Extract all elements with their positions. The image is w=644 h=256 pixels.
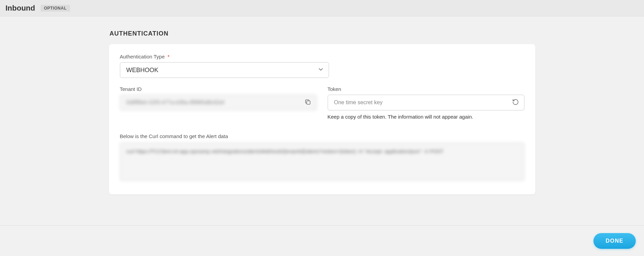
- content-area: AUTHENTICATION Authentication Type * WEB…: [0, 16, 644, 225]
- token-input[interactable]: [328, 95, 524, 110]
- footer-bar: DONE: [0, 225, 644, 256]
- tenant-id-input[interactable]: [120, 95, 317, 110]
- auth-type-select[interactable]: WEBHOOK: [120, 62, 329, 78]
- regenerate-token-button[interactable]: [511, 97, 520, 108]
- token-help-text: Keep a copy of this token. The informati…: [328, 114, 524, 120]
- page-title: Inbound: [5, 4, 35, 13]
- token-label: Token: [328, 86, 524, 92]
- auth-type-label: Authentication Type *: [120, 54, 329, 59]
- done-button[interactable]: DONE: [593, 233, 636, 249]
- auth-type-value: WEBHOOK: [126, 67, 159, 74]
- header-bar: Inbound OPTIONAL: [0, 0, 644, 16]
- required-asterisk: *: [167, 54, 169, 59]
- tenant-id-label: Tenant ID: [120, 86, 317, 92]
- copy-tenant-id-button[interactable]: [303, 97, 313, 108]
- auth-type-label-text: Authentication Type: [120, 54, 165, 59]
- curl-command-box[interactable]: curl https://TCClient.int-app.opsramp.ne…: [120, 143, 524, 181]
- authentication-card: Authentication Type * WEBHOOK: [109, 44, 535, 194]
- copy-icon: [304, 99, 311, 107]
- optional-badge: OPTIONAL: [41, 5, 70, 12]
- refresh-icon: [512, 99, 519, 107]
- svg-rect-0: [306, 101, 310, 104]
- section-heading-authentication: AUTHENTICATION: [109, 30, 535, 37]
- curl-command-label: Below is the Curl command to get the Ale…: [120, 133, 524, 139]
